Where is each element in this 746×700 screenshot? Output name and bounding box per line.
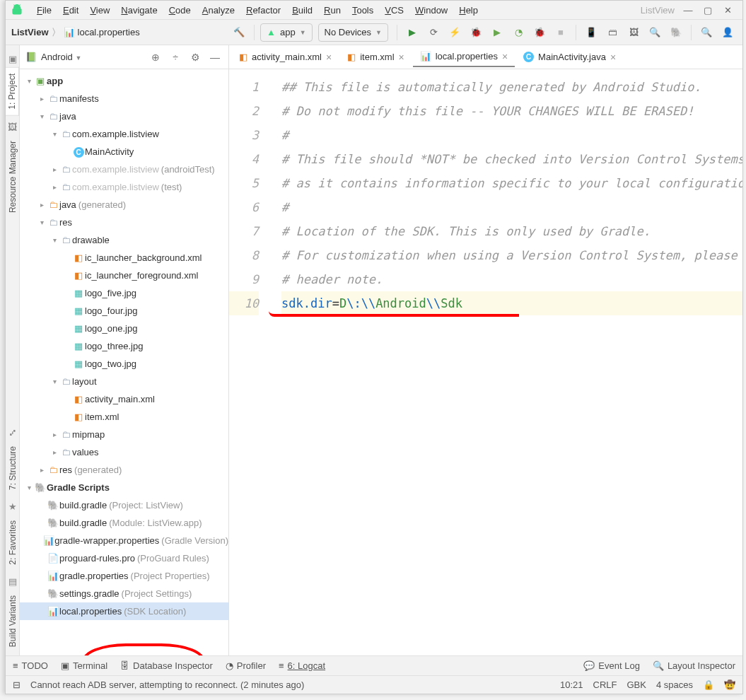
tree-item-java[interactable]: ▾🗀java xyxy=(20,107,228,125)
breadcrumb-root[interactable]: ListView xyxy=(11,27,49,37)
terminal-tab[interactable]: ▣Terminal xyxy=(61,660,107,671)
tree-item-ic-launcher-background-xml[interactable]: ◧ic_launcher_background.xml xyxy=(20,249,228,267)
todo-tab[interactable]: ≡TODO xyxy=(13,660,48,671)
tree-item-gradle-wrapper-properties[interactable]: 📊gradle-wrapper.properties(Gradle Versio… xyxy=(20,532,228,549)
left-tab-favorites[interactable]: 2: Favorites xyxy=(6,515,19,571)
menu-refactor[interactable]: Refactor xyxy=(240,4,286,17)
hide-panel-icon[interactable]: — xyxy=(207,52,223,63)
editor-tab-local-properties[interactable]: 📊local.properties× xyxy=(413,47,515,67)
search-everywhere-icon[interactable]: 🔍 xyxy=(697,23,716,42)
tree-item-com-example-listview[interactable]: ▸🗀com.example.listview(test) xyxy=(20,178,228,196)
tree-item-res[interactable]: ▸🗀res(generated) xyxy=(20,461,228,479)
menu-view[interactable]: View xyxy=(84,4,115,17)
close-window-button[interactable]: ✕ xyxy=(723,5,733,16)
menu-run[interactable]: Run xyxy=(318,4,346,17)
run-config-dropdown[interactable]: ▲ app ▼ xyxy=(260,23,313,42)
lock-icon[interactable]: 🔒 xyxy=(703,679,714,690)
tree-item-build-gradle[interactable]: 🐘build.gradle(Module: ListView.app) xyxy=(20,514,228,532)
left-tab-project[interactable]: 1: Project xyxy=(6,67,19,116)
editor-body[interactable]: 12345678910 ## This file is automaticall… xyxy=(229,69,742,655)
tree-item-logo-five-jpg[interactable]: ▦logo_five.jpg xyxy=(20,284,228,302)
close-tab-icon[interactable]: × xyxy=(326,52,332,63)
tree-item-app[interactable]: ▾▣app xyxy=(20,72,228,90)
tree-item-local-properties[interactable]: 📊local.properties(SDK Location) xyxy=(20,602,228,620)
attach-debugger-icon[interactable]: 🐞 xyxy=(530,23,549,42)
tree-item-logo-four-jpg[interactable]: ▦logo_four.jpg xyxy=(20,302,228,320)
tree-item-drawable[interactable]: ▾🗀drawable xyxy=(20,231,228,249)
menu-build[interactable]: Build xyxy=(286,4,318,17)
sync-gradle-icon[interactable]: 🐘 xyxy=(667,23,685,42)
tree-item-values[interactable]: ▸🗀values xyxy=(20,443,228,461)
layout-inspector-tab[interactable]: 🔍Layout Inspector xyxy=(653,660,735,671)
maximize-button[interactable]: ▢ xyxy=(703,5,713,16)
menu-analyze[interactable]: Analyze xyxy=(197,4,240,17)
resource-manager-icon[interactable]: 🖼 xyxy=(624,23,643,42)
select-opened-file-icon[interactable]: ⊕ xyxy=(148,52,163,63)
database-inspector-tab[interactable]: 🗄Database Inspector xyxy=(120,660,213,671)
profiler-tab[interactable]: ◔Profiler xyxy=(226,660,266,671)
collapse-all-icon[interactable]: ÷ xyxy=(168,52,183,63)
run-button-icon[interactable]: ▶ xyxy=(403,23,421,42)
menu-code[interactable]: Code xyxy=(163,4,197,17)
apply-changes-icon[interactable]: ⟳ xyxy=(424,23,443,42)
tree-item-java[interactable]: ▸🗀java(generated) xyxy=(20,196,228,214)
close-tab-icon[interactable]: × xyxy=(610,52,616,63)
tree-item-gradle-scripts[interactable]: ▾🐘Gradle Scripts xyxy=(20,479,228,496)
minimize-button[interactable]: — xyxy=(683,5,693,16)
project-tree[interactable]: ▾▣app▸🗀manifests▾🗀java▾🗀com.example.list… xyxy=(20,69,228,655)
tree-item-settings-gradle[interactable]: 🐘settings.gradle(Project Settings) xyxy=(20,585,228,602)
editor-tab-item-xml[interactable]: ◧item.xml× xyxy=(340,47,412,67)
settings-gear-icon[interactable]: ⚙ xyxy=(187,52,203,63)
coverage-icon[interactable]: ▶ xyxy=(488,23,506,42)
tree-item-build-gradle[interactable]: 🐘build.gradle(Project: ListView) xyxy=(20,496,228,514)
menu-tools[interactable]: Tools xyxy=(346,4,379,17)
apply-code-changes-icon[interactable]: ⚡ xyxy=(445,23,464,42)
hammer-build-icon[interactable]: 🔨 xyxy=(230,23,248,42)
inspector-hat-icon[interactable]: 🤠 xyxy=(724,679,735,690)
menu-file[interactable]: File xyxy=(31,4,57,17)
event-log-tab[interactable]: 💬Event Log xyxy=(583,660,640,671)
project-view-dropdown[interactable]: Android ▼ xyxy=(41,52,144,62)
sdk-manager-icon[interactable]: 🗃 xyxy=(603,23,622,42)
tree-item-com-example-listview[interactable]: ▾🗀com.example.listview xyxy=(20,125,228,143)
close-tab-icon[interactable]: × xyxy=(502,51,508,62)
left-tab-build-variants[interactable]: Build Variants xyxy=(6,590,19,653)
menu-window[interactable]: Window xyxy=(409,4,453,17)
menu-edit[interactable]: Edit xyxy=(57,4,84,17)
layout-inspector-icon[interactable]: 🔍 xyxy=(646,23,664,42)
logcat-tab[interactable]: ≡6: Logcat xyxy=(279,660,325,671)
tree-item-activity-main-xml[interactable]: ◧activity_main.xml xyxy=(20,390,228,408)
tree-item-manifests[interactable]: ▸🗀manifests xyxy=(20,90,228,107)
left-tab-resource-manager[interactable]: Resource Manager xyxy=(6,135,19,218)
menu-help[interactable]: Help xyxy=(453,4,484,17)
tree-item-item-xml[interactable]: ◧item.xml xyxy=(20,408,228,426)
menu-vcs[interactable]: VCS xyxy=(379,4,409,17)
encoding-button[interactable]: GBK xyxy=(626,679,646,690)
stop-button-icon[interactable]: ■ xyxy=(552,23,570,42)
debug-button-icon[interactable]: 🐞 xyxy=(467,23,485,42)
tree-item-mipmap[interactable]: ▸🗀mipmap xyxy=(20,426,228,443)
editor-tab-activity-main-xml[interactable]: ◧activity_main.xml× xyxy=(232,47,339,67)
tree-item-logo-one-jpg[interactable]: ▦logo_one.jpg xyxy=(20,320,228,337)
device-dropdown[interactable]: No Devices ▼ xyxy=(318,23,388,42)
tree-item-proguard-rules-pro[interactable]: 📄proguard-rules.pro(ProGuard Rules) xyxy=(20,549,228,567)
breadcrumb[interactable]: ListView 〉 📊 local.properties xyxy=(11,26,140,39)
tree-item-gradle-properties[interactable]: 📊gradle.properties(Project Properties) xyxy=(20,567,228,585)
status-indicator-icon[interactable]: ⊟ xyxy=(13,679,21,690)
tree-item-layout[interactable]: ▾🗀layout xyxy=(20,373,228,390)
indent-button[interactable]: 4 spaces xyxy=(656,679,693,690)
avd-manager-icon[interactable]: 📱 xyxy=(582,23,600,42)
left-tab-structure[interactable]: 7: Structure xyxy=(6,441,19,496)
code-content[interactable]: ## This file is automatically generated … xyxy=(269,69,742,655)
tree-item-ic-launcher-foreground-xml[interactable]: ◧ic_launcher_foreground.xml xyxy=(20,267,228,284)
tree-item-logo-two-jpg[interactable]: ▦logo_two.jpg xyxy=(20,355,228,373)
line-separator-button[interactable]: CRLF xyxy=(593,679,617,690)
tree-item-logo-three-jpg[interactable]: ▦logo_three.jpg xyxy=(20,337,228,355)
breadcrumb-file[interactable]: local.properties xyxy=(78,27,140,37)
tree-item-com-example-listview[interactable]: ▸🗀com.example.listview(androidTest) xyxy=(20,161,228,178)
avatar-icon[interactable]: 👤 xyxy=(718,23,737,42)
tree-item-res[interactable]: ▾🗀res xyxy=(20,214,228,231)
tree-item-mainactivity[interactable]: CMainActivity xyxy=(20,143,228,161)
menu-navigate[interactable]: Navigate xyxy=(115,4,163,17)
close-tab-icon[interactable]: × xyxy=(399,52,404,63)
